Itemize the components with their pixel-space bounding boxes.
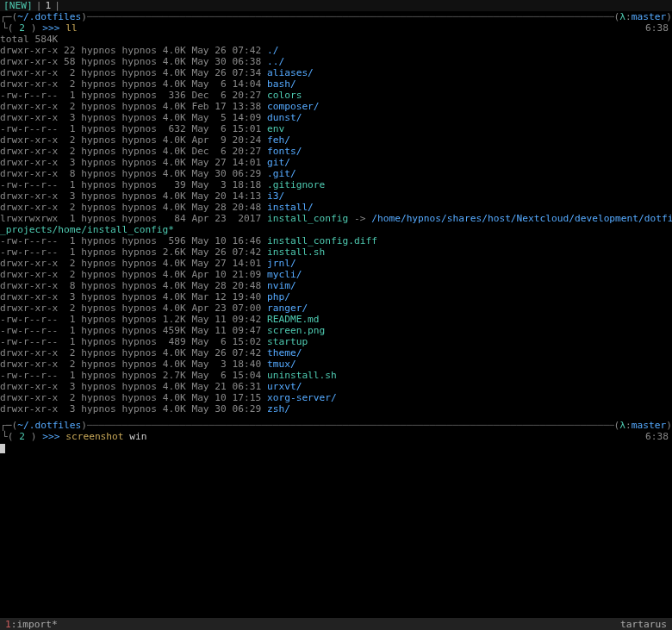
ls-row: drwxr-xr-x 2 hypnos hypnos 4.0K May 26 0…: [0, 347, 672, 359]
tmux-status-bar[interactable]: 1:import* tartarus: [0, 618, 672, 630]
ls-row: drwxr-xr-x 2 hypnos hypnos 4.0K May 3 18…: [0, 359, 672, 370]
ls-filename: colors: [267, 90, 302, 101]
ls-row: drwxr-xr-x 2 hypnos hypnos 4.0K Dec 6 20…: [0, 146, 672, 157]
ls-filename: theme/: [267, 347, 302, 359]
ls-row: drwxr-xr-x 3 hypnos hypnos 4.0K May 27 1…: [0, 157, 672, 168]
ls-filename: install/: [267, 202, 314, 213]
ls-filename: zsh/: [267, 403, 290, 415]
top-sep: |: [33, 0, 46, 11]
lambda-icon: λ: [619, 11, 625, 22]
ls-filename: composer/: [267, 101, 320, 112]
git-branch: master: [632, 420, 666, 431]
tmux-top-bar: [NEW] | 1 |: [0, 0, 672, 11]
ls-filename: README.md: [267, 314, 320, 325]
ls-filename: tmux/: [267, 359, 296, 370]
ls-filename: git/: [267, 157, 290, 168]
top-new-tag: [NEW]: [3, 0, 33, 11]
ls-filename: bash/: [267, 78, 296, 90]
branch-open: (: [614, 420, 620, 431]
status-left[interactable]: 1:import*: [5, 619, 58, 630]
branch-open: (: [614, 11, 620, 22]
ls-filename: install_config.diff: [267, 235, 377, 246]
ls-wrap-line: _projects/home/install_config*: [0, 224, 672, 235]
ls-row: drwxr-xr-x 3 hypnos hypnos 4.0K Mar 12 1…: [0, 291, 672, 303]
ls-filename: screen.png: [267, 325, 325, 336]
prompt-arrows: >>>: [42, 22, 59, 34]
ls-row: -rw-r--r-- 1 hypnos hypnos 596 May 10 16…: [0, 235, 672, 246]
ls-row: drwxr-xr-x 3 hypnos hypnos 4.0K May 5 14…: [0, 112, 672, 123]
prompt-header-1: ┌─( ~/.dotfiles ) ──────────────────────…: [0, 11, 672, 22]
ls-row: -rw-r--r-- 1 hypnos hypnos 1.2K May 11 0…: [0, 314, 672, 325]
prompt-bottom-close: ): [31, 431, 37, 442]
ls-row: drwxr-xr-x 58 hypnos hypnos 4.0K May 30 …: [0, 56, 672, 67]
prompt-bottom-close: ): [31, 22, 37, 34]
branch-close: ): [666, 11, 672, 22]
prompt-corner-close: ): [81, 420, 87, 431]
ls-filename: dunst/: [267, 112, 302, 123]
ls-filename: i3/: [267, 190, 284, 202]
prompt-history-number: 2: [19, 22, 25, 34]
prompt-corner-open: ┌─(: [0, 420, 17, 431]
ls-row: drwxr-xr-x 2 hypnos hypnos 4.0K Feb 17 1…: [0, 101, 672, 112]
prompt-clock: 6:38: [645, 431, 672, 442]
ls-row: -rw-r--r-- 1 hypnos hypnos 336 Dec 6 20:…: [0, 90, 672, 101]
prompt-header-2: ┌─( ~/.dotfiles ) ──────────────────────…: [0, 420, 672, 431]
git-branch: master: [632, 11, 666, 22]
ls-row: drwxr-xr-x 8 hypnos hypnos 4.0K May 28 2…: [0, 280, 672, 291]
ls-row: drwxr-xr-x 2 hypnos hypnos 4.0K May 6 14…: [0, 78, 672, 90]
prompt-bottom-open: └(: [2, 22, 13, 34]
prompt-line-2[interactable]: └( 2 ) >>> screenshot win 6:38: [0, 431, 672, 442]
ls-filename: fonts/: [267, 146, 302, 157]
status-hostname: tartarus: [620, 619, 667, 630]
ls-total: total 584K: [0, 34, 672, 45]
prompt-line-1[interactable]: └( 2 ) >>> ll 6:38: [0, 22, 672, 34]
prompt-fill-dashes: ────────────────────────────────────────…: [87, 11, 614, 22]
ls-row: drwxr-xr-x 3 hypnos hypnos 4.0K May 20 1…: [0, 190, 672, 202]
ls-row: -rw-r--r-- 1 hypnos hypnos 489 May 6 15:…: [0, 336, 672, 347]
ls-filename: env: [267, 123, 284, 134]
ls-row: lrwxrwxrwx 1 hypnos hypnos 84 Apr 23 201…: [0, 213, 672, 224]
prompt-path: ~/.dotfiles: [17, 420, 81, 431]
ls-symlink-target: /home/hypnos/shares/host/Nextcloud/devel…: [371, 213, 672, 224]
status-window-name: import*: [17, 619, 58, 630]
ls-filename: install.sh: [267, 246, 325, 258]
prompt-arrows: >>>: [42, 431, 59, 442]
ls-filename: ./: [267, 45, 278, 56]
ls-filename: startup: [267, 336, 308, 347]
ls-filename: .git/: [267, 168, 296, 179]
ls-filename: uninstall.sh: [267, 370, 337, 381]
top-pane-number: 1: [45, 0, 51, 11]
ls-filename: urxvt/: [267, 381, 302, 392]
top-sep: |: [51, 0, 64, 11]
command-text: ll: [65, 22, 77, 34]
ls-row: drwxr-xr-x 2 hypnos hypnos 4.0K Apr 23 0…: [0, 303, 672, 314]
prompt-corner-open: ┌─(: [0, 11, 17, 22]
ls-filename: nvim/: [267, 280, 296, 291]
ls-filename: jrnl/: [267, 258, 296, 269]
ls-row: drwxr-xr-x 2 hypnos hypnos 4.0K May 10 1…: [0, 392, 672, 403]
prompt-path: ~/.dotfiles: [17, 11, 81, 22]
ls-row: -rw-r--r-- 1 hypnos hypnos 459K May 11 0…: [0, 325, 672, 336]
lambda-icon: λ: [619, 420, 625, 431]
ls-row: drwxr-xr-x 2 hypnos hypnos 4.0K May 28 2…: [0, 202, 672, 213]
ls-row: drwxr-xr-x 2 hypnos hypnos 4.0K May 27 1…: [0, 258, 672, 269]
ls-filename: php/: [267, 291, 290, 303]
terminal-cursor[interactable]: [0, 444, 5, 453]
ls-row: drwxr-xr-x 2 hypnos hypnos 4.0K May 26 0…: [0, 67, 672, 78]
ls-filename: xorg-server/: [267, 392, 337, 403]
status-window-number: 1: [5, 619, 11, 630]
ls-row: drwxr-xr-x 2 hypnos hypnos 4.0K Apr 9 20…: [0, 134, 672, 146]
ls-filename: ranger/: [267, 303, 308, 314]
ls-filename: .gitignore: [267, 179, 325, 190]
branch-close: ): [666, 420, 672, 431]
ls-filename: aliases/: [267, 67, 314, 78]
status-sep: :: [11, 619, 17, 630]
ls-filename: ../: [267, 56, 284, 67]
ls-filename: feh/: [267, 134, 290, 146]
ls-row: drwxr-xr-x 2 hypnos hypnos 4.0K Apr 10 2…: [0, 269, 672, 280]
ls-row: -rw-r--r-- 1 hypnos hypnos 2.7K May 6 15…: [0, 370, 672, 381]
ls-row: -rw-r--r-- 1 hypnos hypnos 632 May 6 15:…: [0, 123, 672, 134]
prompt-bottom-open: └(: [2, 431, 13, 442]
prompt-fill-dashes: ────────────────────────────────────────…: [87, 420, 614, 431]
ls-row: drwxr-xr-x 22 hypnos hypnos 4.0K May 26 …: [0, 45, 672, 56]
